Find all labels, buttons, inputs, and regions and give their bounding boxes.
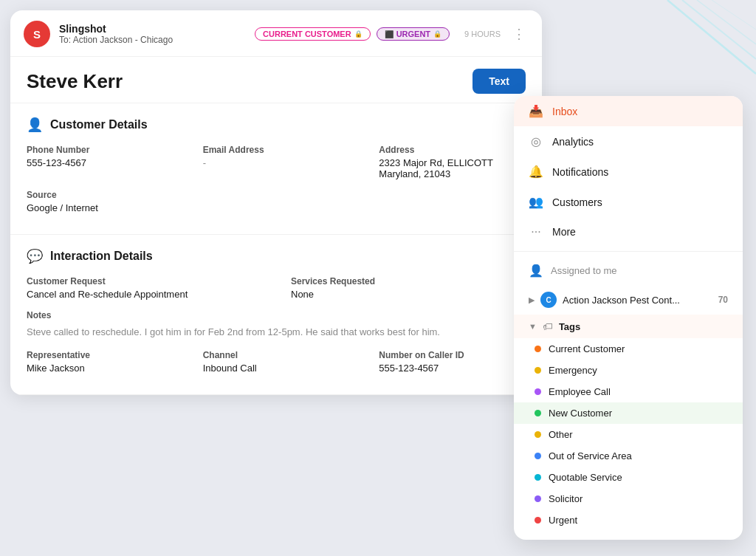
- analytics-icon: ◎: [529, 134, 543, 148]
- header-to: To: Action Jackson - Chicago: [59, 35, 246, 45]
- tag-item[interactable]: Out of Service Area: [514, 445, 743, 467]
- tag-item[interactable]: Emergency: [514, 360, 743, 381]
- urgent-icon: ⬛: [385, 30, 394, 38]
- menu-item-notifications[interactable]: 🔔 Notifications: [514, 157, 743, 187]
- customers-icon: 👥: [529, 195, 543, 209]
- more-options-icon[interactable]: ⋮: [509, 26, 529, 42]
- tags-header[interactable]: ▼ 🏷 Tags: [514, 315, 743, 338]
- card-header: S Slingshot To: Action Jackson - Chicago…: [10, 10, 542, 57]
- svg-line-3: [712, 0, 756, 30]
- tags-collapse-icon: ▼: [529, 322, 537, 331]
- tag-name: Emergency: [549, 365, 597, 376]
- tag-dot: [535, 410, 541, 416]
- tag-name: Urgent: [549, 515, 577, 526]
- tag-item[interactable]: Other: [514, 424, 743, 445]
- email-field: Email Address -: [203, 145, 350, 179]
- svg-line-1: [682, 0, 756, 59]
- interaction-details-title: 💬 Interaction Details: [27, 248, 526, 264]
- action-jackson-avatar: C: [540, 292, 557, 308]
- tag-item[interactable]: Current Customer: [514, 338, 743, 360]
- customer-details-section: 👤 Customer Details Phone Number 555-123-…: [10, 103, 542, 235]
- text-button[interactable]: Text: [472, 69, 526, 94]
- address-field: Address 2323 Major Rd, ELLICOTT Maryland…: [379, 145, 526, 179]
- tag-dot: [535, 453, 541, 459]
- interaction-fields-row1: Customer Request Cancel and Re-schedule …: [27, 276, 526, 300]
- tag-name: Quotable Service: [549, 472, 622, 483]
- tag-name: Employee Call: [549, 386, 611, 397]
- tag-dot: [535, 495, 541, 502]
- inbox-icon: 📥: [529, 104, 543, 118]
- customer-details-fields-row2: Source Google / Internet: [27, 190, 526, 213]
- app-name: Slingshot: [59, 23, 246, 35]
- avatar: S: [24, 21, 50, 47]
- tag-icon: 🏷: [543, 320, 553, 332]
- menu-item-more[interactable]: ··· More: [514, 217, 743, 247]
- name-row: Steve Kerr Text: [10, 57, 542, 103]
- decorative-lines: [623, 0, 756, 89]
- source-field: Source Google / Internet: [27, 190, 526, 213]
- header-tags: CURRENT CUSTOMER 🔒 ⬛ URGENT 🔒: [255, 27, 450, 41]
- customer-details-icon: 👤: [27, 117, 43, 133]
- tag-dot: [535, 346, 541, 352]
- services-field: Services Requested None: [291, 276, 526, 300]
- assigned-to-me-row: 👤 Assigned to me: [514, 256, 743, 285]
- lock-icon-urgent: 🔒: [433, 30, 441, 38]
- customer-name: Steve Kerr: [27, 70, 123, 93]
- header-title-group: Slingshot To: Action Jackson - Chicago: [59, 23, 246, 45]
- tag-item[interactable]: Solicitor: [514, 488, 743, 509]
- tag-name: Solicitor: [549, 493, 583, 504]
- svg-line-2: [697, 0, 756, 44]
- tag-dot: [535, 367, 541, 374]
- notes-field: Notes Steve called to reschedule. I got …: [27, 310, 526, 340]
- menu-divider-1: [514, 251, 743, 252]
- lock-icon: 🔒: [354, 30, 362, 38]
- right-panel: 📥 Inbox ◎ Analytics 🔔 Notifications 👥 Cu…: [514, 96, 743, 540]
- interaction-details-section: 💬 Interaction Details Customer Request C…: [10, 235, 542, 395]
- header-time: 9 HOURS: [464, 30, 501, 38]
- tag-dot: [535, 431, 541, 438]
- tag-item[interactable]: Employee Call: [514, 381, 743, 402]
- menu-item-analytics[interactable]: ◎ Analytics: [514, 126, 743, 157]
- rep-field: Representative Mike Jackson: [27, 350, 173, 374]
- urgent-badge[interactable]: ⬛ URGENT 🔒: [377, 27, 450, 41]
- tag-name: Out of Service Area: [549, 450, 632, 461]
- more-icon: ···: [529, 225, 543, 238]
- tag-item[interactable]: Urgent: [514, 509, 743, 531]
- request-field: Customer Request Cancel and Re-schedule …: [27, 276, 261, 300]
- menu-item-customers[interactable]: 👥 Customers: [514, 187, 743, 217]
- tag-item[interactable]: Quotable Service: [514, 467, 743, 488]
- tag-dot: [535, 517, 541, 524]
- action-jackson-row[interactable]: ▶ C Action Jackson Pest Cont... 70: [514, 285, 743, 315]
- person-icon: 👤: [529, 264, 543, 278]
- tag-name: Other: [549, 429, 573, 440]
- tag-item[interactable]: New Customer: [514, 402, 743, 424]
- menu-item-inbox[interactable]: 📥 Inbox: [514, 96, 743, 126]
- customer-details-title: 👤 Customer Details: [27, 117, 526, 133]
- phone-field: Phone Number 555-123-4567: [27, 145, 173, 179]
- tag-name: New Customer: [549, 408, 612, 419]
- tag-list: Current Customer Emergency Employee Call…: [514, 338, 743, 531]
- tag-name: Current Customer: [549, 343, 625, 354]
- interaction-fields-row2: Representative Mike Jackson Channel Inbo…: [27, 350, 526, 374]
- main-card: S Slingshot To: Action Jackson - Chicago…: [10, 10, 542, 395]
- notifications-icon: 🔔: [529, 165, 543, 179]
- caller-id-field: Number on Caller ID 555-123-4567: [379, 350, 526, 374]
- interaction-icon: 💬: [27, 248, 43, 264]
- customer-details-fields-row1: Phone Number 555-123-4567 Email Address …: [27, 145, 526, 179]
- channel-field: Channel Inbound Call: [203, 350, 350, 374]
- tag-dot: [535, 474, 541, 481]
- expand-chevron-icon: ▶: [529, 295, 535, 305]
- tag-dot: [535, 388, 541, 395]
- current-customer-badge[interactable]: CURRENT CUSTOMER 🔒: [255, 27, 371, 41]
